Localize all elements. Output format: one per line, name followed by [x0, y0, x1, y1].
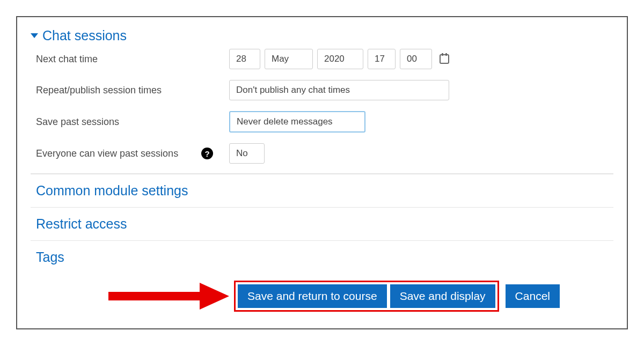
next-chat-time-row: Next chat time 28 May 2020 17 00 — [36, 43, 613, 75]
cancel-button[interactable]: Cancel — [506, 284, 560, 308]
everyone-view-select[interactable]: No — [229, 143, 265, 164]
save-buttons-highlight: Save and return to course Save and displ… — [234, 281, 499, 312]
common-module-header[interactable]: Common module settings — [31, 174, 613, 207]
next-chat-time-label: Next chat time — [36, 54, 98, 65]
everyone-view-label: Everyone can view past sessions — [36, 148, 178, 159]
repeat-publish-select[interactable]: Don't publish any chat times — [229, 80, 449, 100]
action-bar: Save and return to course Save and displ… — [31, 280, 613, 312]
save-display-button[interactable]: Save and display — [390, 284, 495, 308]
hour-select[interactable]: 17 — [368, 49, 396, 69]
minute-select[interactable]: 00 — [400, 49, 432, 69]
everyone-view-row: Everyone can view past sessions ? No — [36, 138, 613, 169]
month-select[interactable]: May — [265, 49, 313, 69]
calendar-icon[interactable] — [440, 54, 449, 64]
chat-sessions-header[interactable]: Chat sessions — [31, 28, 613, 43]
attention-arrow-icon — [108, 280, 232, 312]
repeat-publish-label: Repeat/publish session times — [36, 85, 162, 96]
common-module-title: Common module settings — [36, 183, 188, 199]
svg-rect-0 — [108, 292, 202, 300]
svg-marker-1 — [200, 283, 229, 310]
save-past-label: Save past sessions — [36, 116, 119, 128]
day-select[interactable]: 28 — [229, 49, 260, 69]
repeat-publish-row: Repeat/publish session times Don't publi… — [36, 75, 613, 106]
restrict-access-header[interactable]: Restrict access — [31, 207, 613, 240]
save-past-select[interactable]: Never delete messages — [229, 111, 365, 133]
save-past-row: Save past sessions Never delete messages — [36, 106, 613, 138]
tags-title: Tags — [36, 249, 64, 265]
settings-panel: Chat sessions Next chat time 28 May 2020… — [16, 16, 628, 329]
restrict-access-title: Restrict access — [36, 216, 127, 232]
tags-header[interactable]: Tags — [31, 240, 613, 274]
chat-sessions-title: Chat sessions — [42, 28, 127, 43]
save-return-button[interactable]: Save and return to course — [238, 284, 387, 308]
help-icon[interactable]: ? — [201, 148, 213, 159]
chevron-down-icon — [31, 33, 38, 38]
year-select[interactable]: 2020 — [317, 49, 363, 69]
